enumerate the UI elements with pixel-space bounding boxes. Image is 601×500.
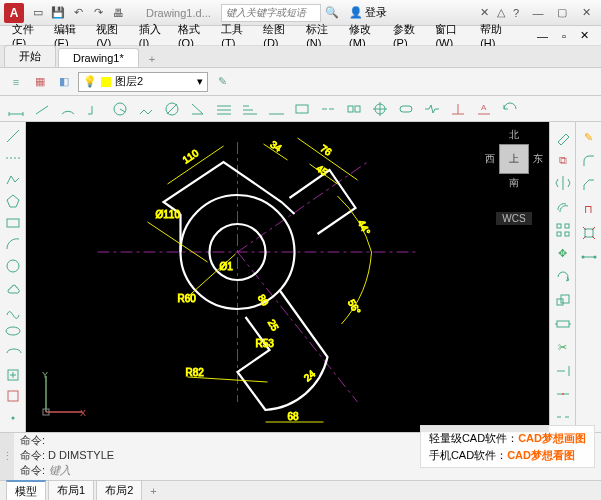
copy-icon[interactable]: ⧉ (552, 149, 574, 170)
command-input[interactable]: 键入 (49, 463, 71, 478)
dim-quick-icon[interactable] (212, 98, 236, 120)
jogged-linear-icon[interactable] (420, 98, 444, 120)
svg-text:Ø1: Ø1 (220, 261, 234, 272)
dim-break-icon[interactable] (316, 98, 340, 120)
undo-icon[interactable]: ↶ (70, 5, 86, 21)
save-icon[interactable]: 💾 (50, 5, 66, 21)
dim-linear-icon[interactable] (4, 98, 28, 120)
circle-icon[interactable] (2, 256, 24, 276)
mirror-icon[interactable] (552, 173, 574, 194)
break-point-icon[interactable] (552, 383, 574, 404)
dim-baseline-icon[interactable] (238, 98, 262, 120)
rectangle-icon[interactable] (2, 213, 24, 233)
inspection-icon[interactable] (394, 98, 418, 120)
polygon-icon[interactable] (2, 191, 24, 211)
fillet-icon[interactable] (578, 150, 600, 172)
open-icon[interactable]: ▭ (30, 5, 46, 21)
svg-rect-54 (585, 229, 593, 237)
doc-minimize-button[interactable]: — (531, 28, 554, 44)
explode-icon[interactable] (578, 222, 600, 244)
tab-layout1[interactable]: 布局1 (48, 480, 94, 500)
login-icon[interactable]: 👤 (349, 6, 363, 19)
help-icon[interactable]: ? (513, 7, 519, 19)
dim-angular-icon[interactable] (186, 98, 210, 120)
search-icon[interactable]: 🔍 (325, 6, 339, 19)
array-icon[interactable] (552, 220, 574, 241)
viewcube-top[interactable]: 上 (499, 144, 529, 174)
command-grip-icon[interactable]: ⋮ (0, 433, 14, 480)
layer-filter-icon[interactable]: ◧ (54, 72, 74, 92)
dim-edit-icon[interactable] (446, 98, 470, 120)
tolerance-icon[interactable] (342, 98, 366, 120)
extend-icon[interactable] (552, 360, 574, 381)
chamfer-icon[interactable] (578, 174, 600, 196)
construction-line-icon[interactable] (2, 148, 24, 168)
exchange-icon[interactable]: ✕ (480, 6, 489, 19)
svg-rect-2 (296, 105, 308, 113)
dim-ordinate-icon[interactable] (82, 98, 106, 120)
erase-icon[interactable] (552, 126, 574, 147)
svg-rect-47 (565, 224, 569, 228)
layer-states-icon[interactable]: ▦ (30, 72, 50, 92)
center-mark-icon[interactable] (368, 98, 392, 120)
tab-model[interactable]: 模型 (6, 480, 46, 501)
redo-icon[interactable]: ↷ (90, 5, 106, 21)
close-button[interactable]: ✕ (575, 4, 597, 22)
line-icon[interactable] (2, 126, 24, 146)
maximize-button[interactable]: ▢ (551, 4, 573, 22)
magnet-icon[interactable]: ⊓ (578, 198, 600, 220)
doc-close-button[interactable]: ✕ (574, 27, 595, 44)
svg-text:Ø110: Ø110 (156, 209, 181, 220)
dim-aligned-icon[interactable] (30, 98, 54, 120)
insert-block-icon[interactable] (2, 365, 24, 385)
cloud-icon[interactable]: △ (497, 6, 505, 19)
tab-start[interactable]: 开始 (4, 45, 56, 67)
svg-text:R60: R60 (178, 293, 197, 304)
trim-icon[interactable]: ✂ (552, 337, 574, 358)
dim-arc-icon[interactable] (56, 98, 80, 120)
polyline-icon[interactable] (2, 169, 24, 189)
pencil-icon[interactable]: ✎ (578, 126, 600, 148)
minimize-button[interactable]: — (527, 4, 549, 22)
dim-radius-icon[interactable] (108, 98, 132, 120)
move-icon[interactable]: ✥ (552, 243, 574, 264)
svg-text:R82: R82 (186, 367, 205, 378)
tab-layout2[interactable]: 布局2 (96, 480, 142, 500)
search-input[interactable] (221, 4, 321, 22)
svg-text:25: 25 (266, 318, 281, 334)
login-label[interactable]: 登录 (365, 5, 387, 20)
ellipse-arc-icon[interactable] (2, 343, 24, 363)
point-icon[interactable] (2, 408, 24, 428)
layer-props-icon[interactable]: ≡ (6, 72, 26, 92)
rotate-icon[interactable] (552, 266, 574, 287)
print-icon[interactable]: 🖶 (110, 5, 126, 21)
offset-icon[interactable] (552, 196, 574, 217)
make-block-icon[interactable] (2, 387, 24, 407)
svg-text:68: 68 (288, 411, 300, 422)
watermark: 轻量级CAD软件：CAD梦想画图 手机CAD软件：CAD梦想看图 (420, 425, 595, 468)
join-icon[interactable] (578, 246, 600, 268)
tab-drawing1[interactable]: Drawing1* (58, 48, 139, 67)
tab-add-layout[interactable]: + (144, 485, 162, 497)
viewcube[interactable]: 北 西 上 东 南 WCS (485, 128, 543, 225)
tab-add-button[interactable]: + (141, 51, 163, 67)
svg-point-10 (7, 260, 19, 272)
doc-restore-button[interactable]: ▫ (556, 28, 572, 44)
arc-icon[interactable] (2, 235, 24, 255)
dim-update-icon[interactable] (498, 98, 522, 120)
dim-continue-icon[interactable] (264, 98, 288, 120)
layer-dropdown[interactable]: 💡 图层2 ▾ (78, 72, 208, 92)
svg-text:Y: Y (42, 370, 48, 380)
dim-jogged-icon[interactable] (134, 98, 158, 120)
dim-space-icon[interactable] (290, 98, 314, 120)
layer-tool-icon[interactable]: ✎ (212, 72, 232, 92)
wcs-label[interactable]: WCS (496, 212, 531, 225)
stretch-icon[interactable] (552, 313, 574, 334)
dim-diameter-icon[interactable] (160, 98, 184, 120)
drawing-canvas[interactable]: 110 34 76 45 44° 56° 80 25 68 24 Ø110 R6… (26, 122, 549, 432)
ellipse-icon[interactable] (2, 321, 24, 341)
spline-icon[interactable] (2, 300, 24, 320)
revcloud-icon[interactable] (2, 278, 24, 298)
scale-icon[interactable] (552, 290, 574, 311)
dim-tedit-icon[interactable]: A (472, 98, 496, 120)
